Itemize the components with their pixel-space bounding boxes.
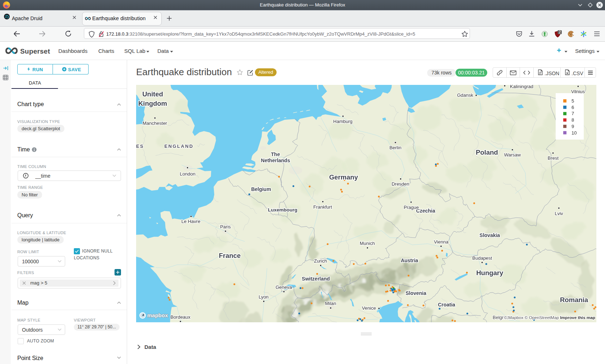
svg-text:Warsaw: Warsaw <box>504 152 521 158</box>
svg-text:Croatia: Croatia <box>438 302 455 308</box>
svg-text:France: France <box>219 252 241 259</box>
svg-text:Austria: Austria <box>401 258 418 263</box>
svg-text:Hamburg: Hamburg <box>333 119 352 124</box>
svg-text:Luxembourg: Luxembourg <box>268 207 297 213</box>
svg-text:ENGLAND: ENGLAND <box>164 144 193 149</box>
svg-text:Munich: Munich <box>360 241 375 246</box>
svg-text:Berlin: Berlin <box>389 145 401 150</box>
svg-text:6: 6 <box>572 105 574 110</box>
svg-text:Gdansk: Gdansk <box>457 92 473 98</box>
svg-text:Manchester: Manchester <box>143 120 167 126</box>
svg-text:United: United <box>142 90 163 98</box>
svg-text:Geneva: Geneva <box>275 285 292 290</box>
svg-text:Brest: Brest <box>548 155 559 161</box>
svg-text:mapbox: mapbox <box>147 312 168 318</box>
svg-text:Slovakia: Slovakia <box>480 232 500 238</box>
svg-text:Vienna: Vienna <box>434 239 449 245</box>
svg-text:Paris: Paris <box>220 224 231 229</box>
svg-text:Romania: Romania <box>560 296 588 304</box>
svg-text:Slovenia: Slovenia <box>405 290 426 296</box>
svg-text:Czechia: Czechia <box>416 208 435 214</box>
svg-text:Lyon: Lyon <box>259 294 269 300</box>
svg-text:Kaliningrad: Kaliningrad <box>510 85 533 89</box>
svg-text:Le Havre: Le Havre <box>182 219 201 224</box>
svg-text:Hungary: Hungary <box>476 269 503 277</box>
svg-text:9: 9 <box>572 124 574 129</box>
svg-text:Switzerland: Switzerland <box>302 276 330 282</box>
svg-text:2: 2 <box>559 30 561 34</box>
svg-text:7: 7 <box>572 111 574 116</box>
svg-text:The: The <box>271 151 280 157</box>
svg-text:Budapest: Budapest <box>472 255 492 261</box>
svg-text:Prague: Prague <box>404 205 419 210</box>
svg-text:ES: ES <box>136 144 144 149</box>
svg-text:Netherlands: Netherlands <box>261 158 290 163</box>
svg-text:Lviv: Lviv <box>555 211 563 216</box>
svg-text:8: 8 <box>572 117 574 123</box>
svg-text:Dresden: Dresden <box>391 181 409 187</box>
svg-text:© Mapbox © OpenStreetMap Impro: © Mapbox © OpenStreetMap Improve this ma… <box>504 315 595 320</box>
svg-text:Zurich: Zurich <box>314 258 327 264</box>
svg-text:Poland: Poland <box>476 149 498 156</box>
svg-text:Bordeaux: Bordeaux <box>170 314 191 320</box>
svg-text:Frankfurt: Frankfurt <box>313 204 332 210</box>
svg-text:5: 5 <box>572 98 574 104</box>
svg-text:Kingdom: Kingdom <box>138 100 167 107</box>
svg-text:Milan: Milan <box>325 301 336 306</box>
svg-text:Belgium: Belgium <box>251 186 271 192</box>
svg-text:10: 10 <box>572 130 577 136</box>
svg-text:Venice: Venice <box>362 305 376 311</box>
svg-text:Germany: Germany <box>329 173 358 181</box>
svg-text:London: London <box>180 171 195 177</box>
